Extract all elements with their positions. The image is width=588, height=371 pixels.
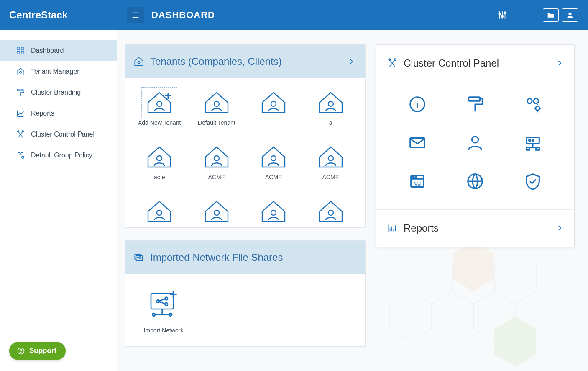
reports-title: Reports <box>404 222 550 234</box>
cluster-panel-title: Cluster Control Panel <box>404 57 550 69</box>
globe-icon <box>465 172 485 191</box>
main-content: Tenants (Companies, Clients) Add New Ten… <box>117 30 582 371</box>
tools-icon <box>387 58 398 69</box>
svg-point-38 <box>169 313 172 316</box>
svg-point-17 <box>214 101 219 106</box>
help-circle-icon <box>17 347 25 355</box>
svg-point-24 <box>157 210 162 215</box>
header-folder-button[interactable] <box>543 8 559 22</box>
brand-label: CentreStack <box>9 9 68 21</box>
tenant-tile[interactable]: ACME <box>248 144 299 180</box>
paint-roller-icon <box>465 95 485 114</box>
tenant-house-icon <box>133 56 144 67</box>
sidebar-item-reports[interactable]: Reports <box>0 103 117 124</box>
header-user-button[interactable] <box>562 8 578 22</box>
folder-icon <box>547 11 555 19</box>
cluster-icon-grid: V# <box>376 80 574 210</box>
tenant-house-icon <box>258 90 289 115</box>
menu-toggle-button[interactable] <box>127 7 144 23</box>
network-folder-plus-icon <box>144 287 183 323</box>
tenant-tile[interactable]: ACME <box>192 144 242 180</box>
cluster-info-button[interactable] <box>393 95 442 114</box>
paint-roller-icon <box>16 88 25 97</box>
tenant-tile[interactable]: a <box>306 90 356 126</box>
group-gear-icon <box>16 151 25 160</box>
hamburger-icon <box>131 10 140 20</box>
support-label: Support <box>29 347 56 355</box>
version-window-icon: V# <box>407 172 427 191</box>
svg-text:V#: V# <box>414 180 421 187</box>
sidebar-item-label: Cluster Control Panel <box>31 131 95 138</box>
tenant-tile[interactable]: ac,e <box>134 144 185 180</box>
tenant-tile[interactable] <box>134 199 185 227</box>
brand-title: CentreStack <box>0 0 117 30</box>
import-network-share-button[interactable]: Import Network <box>134 287 193 334</box>
network-shares-title: Imported Network File Shares <box>150 252 355 263</box>
sidebar-item-default-group-policy[interactable]: Default Group Policy <box>0 145 117 166</box>
svg-point-10 <box>22 156 24 159</box>
cluster-security-button[interactable] <box>508 172 557 191</box>
tenant-tile[interactable] <box>248 90 299 126</box>
cluster-admin-button[interactable] <box>450 133 500 152</box>
sidebar: CentreStack Dashboard Tenant Manager Clu… <box>0 0 117 371</box>
tenant-tile[interactable] <box>192 199 242 227</box>
tenants-scroll-area[interactable]: Add New Tenant Default Tenant a ac,e <box>125 78 365 227</box>
cluster-version-button[interactable]: V# <box>393 172 442 191</box>
sidebar-item-cluster-control-panel[interactable]: Cluster Control Panel <box>0 124 117 145</box>
tenant-house-icon <box>144 90 174 115</box>
cluster-languages-button[interactable] <box>450 172 500 191</box>
sidebar-item-label: Reports <box>31 110 54 117</box>
add-new-tenant-button[interactable]: Add New Tenant <box>134 90 185 126</box>
tenant-tile[interactable] <box>248 199 299 227</box>
cluster-panel-header[interactable]: Cluster Control Panel <box>376 45 574 80</box>
svg-point-21 <box>214 156 219 161</box>
tenant-tile[interactable]: Default Tenant <box>192 90 242 126</box>
tenant-label: ACME <box>208 174 225 180</box>
sidebar-item-cluster-branding[interactable]: Cluster Branding <box>0 82 117 103</box>
svg-point-55 <box>415 177 417 178</box>
tenant-label: ac,e <box>154 174 165 180</box>
tenant-tile[interactable] <box>306 199 356 227</box>
reports-row[interactable]: Reports <box>376 210 574 247</box>
header-bar: DASHBOARD <box>117 0 588 30</box>
svg-point-50 <box>532 139 534 141</box>
svg-point-45 <box>536 106 540 111</box>
svg-point-11 <box>499 13 500 15</box>
tenants-panel: Tenants (Companies, Clients) Add New Ten… <box>125 44 366 228</box>
tenant-house-icon <box>144 199 174 224</box>
svg-rect-51 <box>527 148 530 150</box>
grid-icon <box>16 46 25 55</box>
tenant-house-icon <box>316 144 346 170</box>
chevron-right-icon[interactable] <box>556 59 563 67</box>
svg-point-20 <box>157 156 162 161</box>
tenant-tile[interactable]: ACME <box>306 144 356 180</box>
tenants-panel-header[interactable]: Tenants (Companies, Clients) <box>125 45 365 78</box>
tenants-panel-title: Tenants (Companies, Clients) <box>150 56 342 67</box>
svg-rect-46 <box>410 138 425 148</box>
sidebar-item-tenant-manager[interactable]: Tenant Manager <box>0 61 117 82</box>
svg-point-67 <box>20 353 21 353</box>
cluster-group-policy-button[interactable] <box>508 95 557 114</box>
cluster-mail-button[interactable] <box>393 133 442 152</box>
sidebar-item-label: Cluster Branding <box>31 89 81 96</box>
svg-point-23 <box>328 156 333 161</box>
svg-point-19 <box>328 101 333 106</box>
svg-point-44 <box>534 99 539 104</box>
cluster-server-button[interactable] <box>508 133 557 152</box>
header-settings-button[interactable] <box>494 7 510 23</box>
page-title: DASHBOARD <box>151 10 215 21</box>
tenant-house-icon <box>316 90 346 115</box>
tenant-house-icon <box>144 144 174 170</box>
svg-rect-5 <box>18 89 23 91</box>
svg-point-27 <box>328 210 333 215</box>
sidebar-item-dashboard[interactable]: Dashboard <box>0 40 117 61</box>
chevron-right-icon[interactable] <box>556 224 563 232</box>
chevron-right-icon[interactable] <box>348 58 355 65</box>
tenant-house-icon <box>202 144 232 170</box>
cluster-branding-button[interactable] <box>450 95 500 114</box>
tenant-house-icon <box>316 199 346 224</box>
info-icon <box>407 95 427 114</box>
support-button[interactable]: Support <box>9 342 66 360</box>
svg-point-4 <box>20 72 22 74</box>
svg-point-26 <box>271 210 276 215</box>
